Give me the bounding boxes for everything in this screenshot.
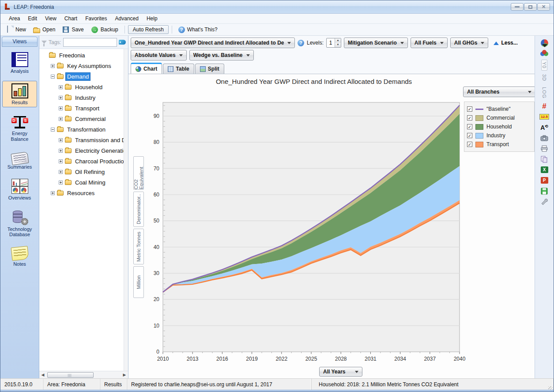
open-button[interactable]: Open: [30, 26, 58, 34]
less-button[interactable]: Less...: [491, 38, 520, 48]
tree-item-demand[interactable]: Demand: [39, 71, 124, 82]
rotate-labels-icon[interactable]: A: [539, 123, 550, 132]
title-bar: LEAP: Freedonia ✕: [0, 0, 554, 14]
snapshot-icon[interactable]: [539, 134, 550, 143]
export-excel-icon[interactable]: X: [539, 166, 550, 174]
minimize-button[interactable]: [511, 3, 524, 11]
tree-item-household[interactable]: Household: [39, 82, 124, 92]
whats-this-button[interactable]: ? What's This?: [175, 26, 221, 34]
folder-icon: [65, 85, 72, 90]
variable-help-icon[interactable]: ?: [298, 40, 304, 46]
tree-vertical-scrollbar[interactable]: [124, 49, 128, 371]
collapse-icon[interactable]: [51, 128, 55, 132]
chart-mode-dropdown[interactable]: Wedge vs. Baseline: [189, 50, 254, 60]
levels-up-arrow[interactable]: ▲: [335, 38, 341, 43]
menu-area[interactable]: Area: [5, 14, 24, 23]
collapse-icon[interactable]: [51, 75, 55, 79]
expand-icon[interactable]: [59, 106, 63, 110]
y-origin-toggle[interactable]: Y0: [539, 60, 550, 71]
ghgs-dropdown[interactable]: All GHGs: [450, 38, 489, 48]
tree-item-commercial[interactable]: Commercial: [39, 113, 124, 124]
restore-button[interactable]: [524, 3, 537, 11]
view-overviews[interactable]: Overviews: [2, 176, 37, 203]
log-scale-toggle[interactable]: LOG: [539, 85, 550, 100]
tree-item-label: Transmission and Distribution: [74, 136, 124, 144]
chart-options-icon[interactable]: [539, 197, 550, 206]
tree-item-oil-refining[interactable]: Oil Refining: [39, 166, 124, 177]
levels-spinner[interactable]: 1 ▲▼: [326, 38, 341, 48]
expand-icon[interactable]: [59, 85, 63, 89]
expand-icon[interactable]: [51, 191, 55, 195]
main-toolbar: New Open Save → Backup Auto Refresh ? Wh…: [0, 24, 554, 36]
menu-advanced[interactable]: Advanced: [111, 14, 143, 23]
new-button[interactable]: New: [3, 25, 29, 34]
data-labels-toggle-icon[interactable]: 12.5: [539, 113, 550, 121]
export-powerpoint-icon[interactable]: P: [539, 176, 550, 185]
tree-item-transport[interactable]: Transport: [39, 103, 124, 113]
tree-item-electricity-generation[interactable]: Electricity Generation: [39, 145, 124, 156]
view-technology-database[interactable]: Technology Database: [2, 207, 37, 240]
view-results[interactable]: Results: [2, 81, 37, 108]
menu-chart[interactable]: Chart: [60, 14, 81, 23]
scroll-right-arrow[interactable]: ▶: [121, 373, 128, 377]
tree-item-transformation[interactable]: Transformation: [39, 124, 124, 135]
views-header[interactable]: Views: [2, 37, 38, 47]
expand-icon[interactable]: [59, 96, 63, 100]
copy-icon[interactable]: [539, 155, 550, 164]
levels-down-arrow[interactable]: ▼: [335, 43, 341, 47]
tree-item-charcoal-production[interactable]: Charcoal Production: [39, 156, 124, 166]
view-energy-balance[interactable]: DSEnergy Balance: [2, 112, 37, 144]
menu-edit[interactable]: Edit: [24, 14, 41, 23]
tab-table[interactable]: Table: [163, 64, 194, 74]
expand-icon[interactable]: [59, 170, 63, 174]
menu-view[interactable]: View: [41, 14, 60, 23]
backup-button[interactable]: → Backup: [88, 26, 121, 34]
view-label: Technology Database: [4, 226, 36, 237]
tab-split[interactable]: Split: [195, 64, 224, 74]
expand-icon[interactable]: [51, 64, 55, 68]
3d-toggle[interactable]: 3D: [539, 72, 550, 83]
expand-icon[interactable]: [59, 181, 63, 185]
values-mode-dropdown[interactable]: Absolute Values: [131, 50, 187, 60]
tree-item-resources[interactable]: Resources: [39, 188, 124, 198]
table-grid-icon: [168, 66, 173, 72]
close-button[interactable]: ✕: [537, 3, 550, 11]
result-variable-dropdown[interactable]: One_Hundred Year GWP Direct and Indirect…: [131, 38, 295, 48]
menu-help[interactable]: Help: [143, 14, 162, 23]
tag-icon[interactable]: [119, 40, 126, 45]
tab-chart[interactable]: Chart: [131, 63, 162, 74]
expand-icon[interactable]: [59, 149, 63, 153]
tree-item-freedonia[interactable]: Freedonia: [39, 50, 124, 60]
pie-chart-icon: [136, 66, 141, 72]
tags-label: Tags:: [49, 39, 61, 45]
color-scheme-icon[interactable]: [539, 49, 550, 58]
scenario-dropdown[interactable]: Mitigation Scenario: [344, 38, 408, 48]
view-analysis[interactable]: Analysis: [2, 49, 37, 76]
gridlines-toggle-icon[interactable]: #: [539, 102, 550, 111]
scroll-thumb[interactable]: [47, 372, 94, 378]
tree-item-coal-mining[interactable]: Coal Mining: [39, 177, 124, 188]
svg-text:2013: 2013: [187, 356, 199, 362]
menu-favorites[interactable]: Favorites: [81, 14, 111, 23]
status-bar: 2015.0.19.0 Area: Freedonia Results Regi…: [0, 378, 554, 390]
chart-style-icon[interactable]: [539, 38, 550, 47]
tree-item-transmission-and-distribution[interactable]: Transmission and Distribution: [39, 135, 124, 145]
fuels-dropdown[interactable]: All Fuels: [411, 38, 448, 48]
scroll-left-arrow[interactable]: ◀: [39, 373, 46, 377]
tab-label: Chart: [143, 66, 157, 72]
print-icon[interactable]: [539, 144, 550, 153]
tree-horizontal-scrollbar[interactable]: ◀ ▶: [39, 371, 128, 378]
save-button[interactable]: Save: [59, 25, 87, 34]
years-dropdown[interactable]: All Years: [319, 367, 362, 377]
save-chart-icon[interactable]: [539, 187, 550, 196]
expand-icon[interactable]: [59, 159, 63, 163]
tree-item-industry[interactable]: Industry: [39, 92, 124, 103]
view-notes[interactable]: Notes: [2, 244, 37, 269]
expand-icon[interactable]: [59, 117, 63, 121]
auto-refresh-toggle[interactable]: Auto Refresh: [128, 25, 169, 34]
expand-icon[interactable]: [59, 138, 63, 142]
tags-input[interactable]: [63, 38, 117, 47]
view-summaries[interactable]: Summaries: [2, 149, 37, 172]
leap-logo-icon: [4, 4, 11, 11]
tree-item-key-assumptions[interactable]: Key Assumptions: [39, 60, 124, 71]
